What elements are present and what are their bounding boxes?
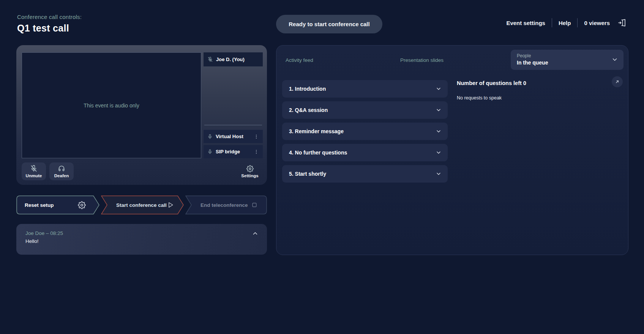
nav-divider [577, 18, 578, 27]
settings-button[interactable]: Settings [238, 162, 262, 181]
page-subtitle: Conference call controls: [17, 14, 82, 20]
tab-activity-feed[interactable]: Activity feed [286, 57, 313, 63]
mic-icon [207, 149, 213, 154]
reset-setup-button[interactable]: Reset setup [16, 195, 99, 214]
mic-icon [207, 134, 213, 139]
activity-item-no-further-questions[interactable]: 4. No further questions [282, 144, 448, 161]
activity-feed-list: 1. Introduction 2. Q&A session 3. Remind… [282, 80, 448, 183]
tab-presentation-slides[interactable]: Presentation slides [400, 57, 444, 63]
conference-controls-screen: Conference call controls: Q1 test call R… [0, 0, 644, 334]
audio-only-message: This event is audio only [84, 102, 139, 109]
chat-author-timestamp: Joe Doe – 08:25 [25, 230, 258, 236]
reset-setup-label: Reset setup [25, 202, 54, 208]
kebab-menu-icon[interactable] [253, 133, 260, 140]
chevron-down-icon [436, 128, 442, 134]
chevron-down-icon [436, 171, 442, 177]
kebab-menu-icon[interactable] [253, 148, 260, 155]
stage-controls: Unmute Deafen [22, 162, 74, 180]
gear-icon [78, 201, 86, 209]
exit-door-icon [617, 18, 627, 27]
stage-card: This event is audio only Joe D. (You) [16, 45, 267, 185]
call-flow-buttons: Reset setup Start conference call [16, 195, 267, 214]
activity-item-qa-session[interactable]: 2. Q&A session [282, 101, 448, 119]
activity-item-reminder-message[interactable]: 3. Reminder message [282, 123, 448, 140]
people-dropdown-value: In the queue [517, 60, 617, 66]
status-pill: Ready to start conference call [276, 15, 382, 33]
end-teleconference-button[interactable]: End teleconference [185, 195, 267, 214]
status-pill-label: Ready to start conference call [289, 21, 369, 27]
page-title: Q1 test call [17, 23, 82, 34]
expand-queue-button[interactable] [612, 76, 623, 87]
chat-message-text: Hello! [25, 238, 258, 244]
chat-collapse-button[interactable] [252, 230, 259, 237]
unmute-button[interactable]: Unmute [22, 162, 46, 180]
leave-event-button[interactable] [617, 18, 627, 27]
chevron-down-icon [436, 107, 442, 113]
participant-name: SIP bridge [216, 149, 250, 154]
help-link[interactable]: Help [559, 20, 571, 26]
participant-row-self[interactable]: Joe D. (You) [204, 52, 263, 66]
participant-row-virtual-host[interactable]: Virtual Host [204, 130, 263, 143]
deafen-label: Deafen [54, 173, 69, 178]
play-icon [167, 201, 174, 209]
people-dropdown-label: People [517, 53, 617, 58]
start-conference-call-button[interactable]: Start conference call [101, 195, 184, 214]
chat-message-card: Joe Doe – 08:25 Hello! [16, 224, 267, 255]
deafen-button[interactable]: Deafen [49, 162, 74, 180]
activity-item-label: 2. Q&A session [289, 107, 328, 113]
stop-icon [251, 202, 258, 208]
queue-column: Number of questions left 0 No requests t… [457, 80, 601, 101]
unmute-label: Unmute [26, 173, 42, 178]
top-nav: Event settings Help 0 viewers [506, 17, 627, 29]
page-header: Conference call controls: Q1 test call [17, 14, 82, 34]
rail-spacer [204, 66, 263, 125]
participant-rail: Joe D. (You) Virtual Host [204, 52, 263, 158]
mic-muted-icon [30, 165, 38, 172]
chevron-down-icon [436, 86, 442, 92]
people-dropdown[interactable]: People In the queue [511, 50, 623, 70]
activity-item-introduction[interactable]: 1. Introduction [282, 80, 448, 98]
viewers-count: 0 viewers [584, 20, 610, 26]
gear-icon [246, 165, 254, 172]
start-conference-call-label: Start conference call [116, 202, 167, 208]
end-teleconference-label: End teleconference [200, 202, 248, 208]
activity-item-label: 3. Reminder message [289, 128, 344, 134]
chevron-up-icon [252, 230, 259, 237]
participant-name: Joe D. (You) [216, 57, 260, 62]
activity-item-label: 5. Start shortly [289, 171, 326, 177]
chevron-down-icon [611, 56, 618, 63]
rail-divider [204, 125, 262, 125]
activity-item-label: 1. Introduction [289, 86, 326, 92]
event-panel: Activity feed Presentation slides People… [276, 45, 628, 255]
event-settings-link[interactable]: Event settings [506, 20, 545, 26]
nav-divider [552, 18, 552, 27]
chevron-down-icon [436, 150, 442, 156]
activity-item-start-shortly[interactable]: 5. Start shortly [282, 165, 448, 183]
settings-label: Settings [241, 173, 258, 178]
questions-left-counter: Number of questions left 0 [457, 80, 601, 86]
video-area: This event is audio only [22, 52, 201, 158]
participant-name: Virtual Host [216, 134, 250, 139]
no-requests-message: No requests to speak [457, 95, 601, 101]
headphones-icon [58, 165, 65, 172]
mic-muted-icon [207, 57, 213, 62]
expand-arrow-icon [615, 79, 620, 84]
activity-item-label: 4. No further questions [289, 150, 347, 156]
participant-row-sip-bridge[interactable]: SIP bridge [204, 145, 263, 158]
